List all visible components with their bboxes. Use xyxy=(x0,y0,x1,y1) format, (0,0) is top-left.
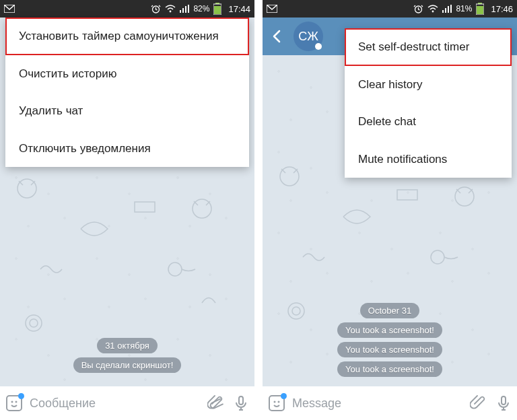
alarm-icon xyxy=(413,4,423,14)
message-input[interactable] xyxy=(30,396,201,411)
date-bubble: 31 октября xyxy=(97,338,158,353)
menu-item-mute[interactable]: Mute notifications xyxy=(345,141,512,178)
back-icon[interactable] xyxy=(268,27,287,46)
menu-item-clear-history[interactable]: Clear history xyxy=(345,66,512,104)
menu-item-delete-chat[interactable]: Удалить чат xyxy=(5,92,249,130)
signal-icon xyxy=(442,5,452,13)
phone-right: 81% 17:46 СЖ Set self-destruct timer xyxy=(263,0,517,420)
avatar[interactable]: СЖ xyxy=(294,22,323,51)
context-menu: Установить таймер самоуничтожения Очисти… xyxy=(5,18,249,167)
svg-rect-25 xyxy=(450,5,452,13)
svg-point-13 xyxy=(26,315,42,331)
menu-item-delete-chat[interactable]: Delete chat xyxy=(345,103,512,141)
screenshot-bubble: You took a screenshot! xyxy=(337,361,442,377)
service-messages: 31 октября Вы сделали скриншот! xyxy=(0,338,254,373)
menu-item-self-destruct[interactable]: Установить таймер самоуничтожения xyxy=(5,18,249,55)
sticker-icon[interactable] xyxy=(268,394,285,412)
svg-point-12 xyxy=(168,262,182,276)
svg-point-16 xyxy=(11,401,13,403)
svg-rect-28 xyxy=(477,6,483,14)
svg-rect-37 xyxy=(502,396,506,405)
online-dot xyxy=(315,43,322,50)
svg-point-14 xyxy=(30,319,38,327)
mail-icon xyxy=(267,5,277,13)
svg-point-17 xyxy=(15,401,18,403)
message-input[interactable] xyxy=(292,396,463,411)
svg-rect-22 xyxy=(442,10,444,13)
status-bar: 81% 17:46 xyxy=(263,0,517,18)
sticker-badge xyxy=(281,393,287,399)
mic-icon[interactable] xyxy=(495,395,512,411)
svg-rect-23 xyxy=(445,8,446,13)
wifi-icon xyxy=(427,5,438,13)
sticker-icon[interactable] xyxy=(5,394,23,412)
svg-point-35 xyxy=(274,401,276,403)
menu-item-self-destruct[interactable]: Set self-destruct timer xyxy=(345,28,512,66)
svg-point-31 xyxy=(431,250,444,264)
avatar-initials: СЖ xyxy=(298,30,318,44)
svg-rect-18 xyxy=(239,396,243,405)
menu-item-clear-history[interactable]: Очистить историю xyxy=(5,55,249,93)
svg-point-36 xyxy=(278,401,280,403)
screenshot-bubble: You took a screenshot! xyxy=(337,322,442,338)
message-input-bar xyxy=(263,386,517,420)
message-input-bar xyxy=(0,386,254,420)
date-bubble: October 31 xyxy=(360,303,419,318)
menu-item-mute[interactable]: Отключить уведомления xyxy=(5,130,249,168)
mic-icon[interactable] xyxy=(233,395,249,411)
screenshot-bubble: You took a screenshot! xyxy=(337,342,442,357)
service-messages: October 31 You took a screenshot! You to… xyxy=(263,303,517,377)
clock-time: 17:46 xyxy=(491,4,513,14)
svg-point-21 xyxy=(432,11,434,13)
attach-icon[interactable] xyxy=(470,395,486,411)
attach-icon[interactable] xyxy=(207,395,223,411)
context-menu: Set self-destruct timer Clear history De… xyxy=(345,28,512,178)
svg-rect-24 xyxy=(448,6,449,13)
screenshot-bubble: Вы сделали скриншот! xyxy=(73,357,182,373)
sticker-badge xyxy=(18,393,24,399)
battery-percent: 81% xyxy=(456,4,472,13)
phone-left: 82% 17:44 Установить таймер самоуничтоже… xyxy=(0,0,254,420)
battery-icon xyxy=(476,3,484,15)
